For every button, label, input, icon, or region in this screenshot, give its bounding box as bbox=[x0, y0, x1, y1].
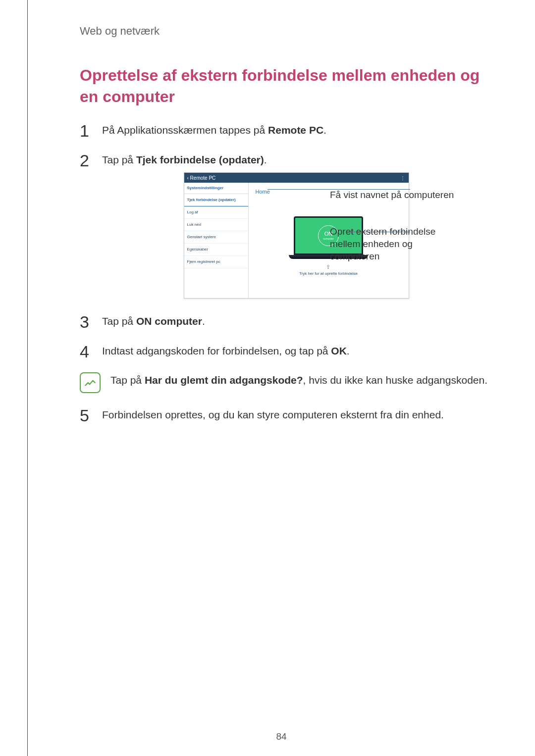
step-2: Tap på Tjek forbindelse (opdater). ‹ Rem… bbox=[80, 152, 490, 299]
note-pre: Tap på bbox=[110, 374, 145, 386]
page-number: 84 bbox=[276, 731, 286, 742]
up-arrow-icon: ⇪ bbox=[299, 263, 358, 271]
tap-hint: ⇪ Tryk her for at oprette forbindelse bbox=[299, 263, 358, 277]
step-2-text-post: . bbox=[264, 154, 267, 165]
sidebar-item-check-connection[interactable]: Tjek forbindelse (opdater) bbox=[184, 194, 248, 206]
step-3: Tap på ON computer. bbox=[80, 313, 490, 329]
screenshot-figure: ‹ Remote PC ⋮ Systemindstillinger Tjek f… bbox=[102, 172, 490, 299]
step-4-text-pre: Indtast adgangskoden for forbindelsen, o… bbox=[102, 345, 331, 356]
step-3-text-post: . bbox=[202, 315, 205, 327]
callout-computer-name: Få vist navnet på computeren bbox=[330, 189, 454, 202]
note-text: Tap på Har du glemt din adgangskode?, hv… bbox=[110, 372, 487, 388]
app-topbar: ‹ Remote PC ⋮ bbox=[184, 173, 409, 183]
step-5: Forbindelsen oprettes, og du kan styre c… bbox=[80, 407, 490, 423]
sidebar: Systemindstillinger Tjek forbindelse (op… bbox=[184, 183, 249, 298]
note-icon bbox=[80, 372, 101, 393]
sidebar-item-shutdown[interactable]: Luk ned bbox=[184, 219, 248, 231]
step-1-text-post: . bbox=[323, 124, 326, 136]
step-1: På Applikationsskærmen tappes på Remote … bbox=[80, 122, 490, 138]
step-5-text: Forbindelsen oprettes, og du kan styre c… bbox=[102, 409, 444, 420]
note-bold: Har du glemt din adgangskode? bbox=[145, 374, 303, 386]
note-post: , hvis du ikke kan huske adgangskoden. bbox=[303, 374, 487, 386]
sidebar-item-restart[interactable]: Genstart system bbox=[184, 231, 248, 244]
overflow-menu-icon[interactable]: ⋮ bbox=[400, 174, 406, 182]
step-4-text-post: . bbox=[347, 345, 350, 356]
step-2-bold: Tjek forbindelse (opdater) bbox=[136, 154, 264, 165]
section-title: Oprettelse af ekstern forbindelse mellem… bbox=[80, 65, 490, 107]
step-3-text-pre: Tap på bbox=[102, 315, 136, 327]
sidebar-item-properties[interactable]: Egenskaber bbox=[184, 244, 248, 256]
step-4-bold: OK bbox=[331, 345, 347, 356]
step-1-bold: Remote PC bbox=[268, 124, 323, 136]
step-3-bold: ON computer bbox=[136, 315, 202, 327]
sidebar-item-remove-pc[interactable]: Fjern registreret pc bbox=[184, 256, 248, 268]
tap-hint-text: Tryk her for at oprette forbindelse bbox=[299, 271, 358, 276]
step-4: Indtast adgangskoden for forbindelsen, o… bbox=[80, 343, 490, 359]
step-1-text-pre: På Applikationsskærmen tappes på bbox=[102, 124, 268, 136]
topbar-title: Remote PC bbox=[190, 175, 216, 181]
note-box: Tap på Har du glemt din adgangskode?, hv… bbox=[80, 372, 490, 393]
breadcrumb: Web og netværk bbox=[80, 25, 490, 38]
sidebar-header: Systemindstillinger bbox=[184, 183, 248, 194]
sidebar-item-log-off[interactable]: Log af bbox=[184, 206, 248, 219]
back-chevron-icon[interactable]: ‹ Remote PC bbox=[187, 174, 216, 182]
callout-create-connection: Opret ekstern forbindelse mellem enheden… bbox=[330, 226, 459, 262]
step-2-text-pre: Tap på bbox=[102, 154, 136, 165]
